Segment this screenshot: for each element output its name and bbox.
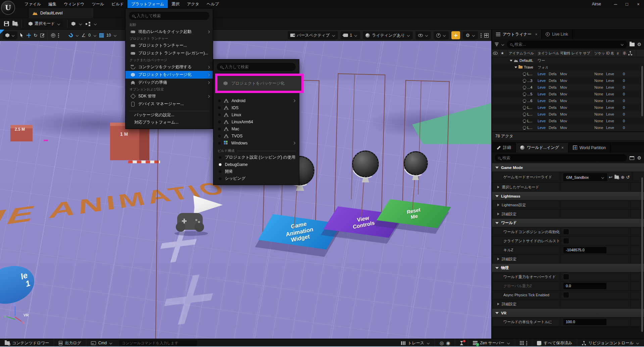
camera-speed-dropdown[interactable]: 1 (341, 31, 360, 39)
tab-details[interactable]: 詳細 (492, 143, 516, 153)
menu-item[interactable]: 現在のレベルをクイック起動 (126, 28, 213, 36)
row-type[interactable]: Leve (538, 85, 546, 89)
checkbox[interactable] (563, 292, 569, 298)
row-type[interactable]: Leve (538, 99, 546, 103)
row-type[interactable]: Leve (538, 72, 546, 76)
platform-item[interactable]: TVOS (213, 132, 299, 139)
property-row[interactable]: Async Physics Tick Enabled ↩ ⊕ (492, 291, 644, 300)
close-button[interactable]: × (633, 0, 644, 8)
menu-item[interactable]: プロジェクト ランチャー (126, 36, 213, 42)
tab-world-settings[interactable]: ワールド...イング × (516, 143, 568, 153)
world-local-toggle-icon[interactable] (51, 33, 55, 38)
table-row[interactable]: ...3 Leve Defa Mov None Leve 0 (492, 77, 644, 84)
menubar-item[interactable]: ツール (88, 0, 108, 8)
column-header[interactable]: レベル (548, 50, 559, 57)
menu-item[interactable]: SDK 管理 (126, 92, 213, 100)
row-type[interactable]: Leve (538, 112, 546, 116)
cmd-dropdown[interactable]: Cmd (86, 339, 117, 347)
collapse-arrow-icon[interactable] (495, 167, 499, 169)
filter-icon[interactable] (495, 43, 499, 46)
submenu-search-input[interactable]: 入力して検索 (217, 63, 296, 71)
property-row[interactable]: Lightmass ↩ ⊕ ↺ (492, 192, 644, 201)
console-command-input[interactable]: コンソールコマンドを入力します (119, 340, 197, 346)
view-mode-dropdown[interactable]: ライティングあり (363, 31, 413, 39)
menu-item[interactable]: コンテンツをクック処理する (126, 63, 213, 71)
table-row[interactable]: L... Leve Defa Mov None Leve 0 (492, 104, 644, 111)
row-label-cell[interactable]: L... (508, 119, 537, 123)
build-config-item[interactable]: 開発 (213, 168, 299, 175)
menubar-item[interactable]: ウィンドウ (60, 0, 88, 8)
visibility-column-header[interactable] (492, 50, 500, 57)
details-search-input[interactable]: 検索 (495, 154, 627, 162)
table-row[interactable]: ...5 Leve Defa Mov None Leve 0 (492, 91, 644, 97)
table-row[interactable]: L... Leve Defa Mov None Leve 0 (492, 71, 644, 77)
expand-arrow-icon[interactable] (497, 258, 499, 260)
menu-item[interactable]: デバッグの準備 (126, 79, 213, 86)
row-type[interactable]: ワー (538, 58, 545, 62)
trace-dropdown[interactable]: トレース (396, 339, 435, 347)
angle-snap-value[interactable]: 0 (88, 33, 91, 38)
add-actor-icon[interactable] (71, 22, 76, 26)
menu-item[interactable]: デバイス マネージャー... (126, 100, 213, 108)
platform-item[interactable]: Windows (213, 139, 299, 146)
expand-arrow-icon[interactable] (497, 303, 499, 305)
blueprint-icon[interactable] (86, 22, 90, 26)
property-row[interactable]: クライアントサイドのレベルストリーミ... ↩ ⊕ (492, 236, 644, 246)
favorite-column-header[interactable]: ★ (500, 50, 508, 57)
show-flags-dropdown[interactable] (415, 31, 431, 39)
unreal-logo-icon[interactable]: U (1, 1, 15, 15)
tab-outliner[interactable]: アウトライナー × (492, 30, 542, 39)
property-row[interactable]: 詳細設定 ↩ ⊕ ↺ (492, 300, 644, 309)
menu-item[interactable]: オプションおよび設定 (126, 86, 213, 92)
menubar-item[interactable]: プラットフォーム (128, 0, 168, 8)
number-field[interactable]: 0.0 (563, 283, 606, 289)
pending-tasks-button[interactable] (455, 339, 468, 347)
menu-item[interactable]: パッケージ化の設定... (126, 111, 213, 119)
browse-icon[interactable] (614, 176, 619, 179)
insights-buttons[interactable]: ◎ ◉ (435, 339, 455, 347)
zen-server-dropdown[interactable]: Zen サーバー (468, 339, 515, 347)
revision-control-dropdown[interactable]: リビジョンコントロール (577, 339, 644, 347)
surface-snap-icon[interactable] (68, 33, 73, 38)
expand-arrow-icon[interactable] (497, 204, 499, 206)
column-header[interactable]: 非表 (622, 50, 627, 57)
row-label-cell[interactable]: ...4 (508, 85, 537, 89)
save-icon[interactable] (4, 21, 9, 26)
build-config-item[interactable]: DebugGame (213, 161, 299, 168)
row-label-cell[interactable]: L... (508, 72, 537, 76)
rotate-tool-icon[interactable]: ↻ (34, 33, 38, 38)
platform-item[interactable]: IOS (213, 104, 299, 111)
column-header[interactable]: タイプ (537, 50, 548, 57)
display-filter-icon[interactable] (630, 156, 634, 160)
gamepad-prop[interactable] (177, 213, 203, 230)
row-label-cell[interactable]: L... (508, 105, 537, 110)
property-row[interactable]: 詳細設定 ↩ ⊕ ↺ (492, 210, 644, 219)
expander-icon[interactable] (510, 60, 512, 61)
menubar-item[interactable]: ファイル (21, 0, 45, 8)
column-header[interactable]: ID 名 (605, 50, 616, 57)
outliner-settings-gear-icon[interactable]: ⚙ (637, 42, 641, 47)
perspective-dropdown[interactable]: パースペクティブ (288, 31, 338, 39)
details-scrollbar[interactable] (641, 177, 643, 332)
viewport-more-icon[interactable] (481, 33, 482, 38)
table-row[interactable]: L... Leve Defa Mov None Leve 0 (492, 124, 644, 131)
table-row[interactable]: L... Leve Defa Mov None Leve 0 (492, 111, 644, 118)
select-mode-dropdown[interactable]: 選択モード (26, 19, 63, 28)
content-drawer-button[interactable]: コンテンツドロワー (0, 339, 54, 347)
menu-item[interactable]: クックまたはパッケージ (126, 57, 213, 63)
scale-tool-icon[interactable] (40, 34, 44, 37)
game-mode-dropdown[interactable]: GM_Sandbox (563, 173, 607, 181)
camera-sphere[interactable] (404, 151, 428, 175)
table-row[interactable]: ...6 Leve Defa Mov None Leve 0 (492, 97, 644, 104)
build-config-item[interactable]: プロジェクト設定 (シッピング) の使用 (213, 154, 299, 161)
level-tab[interactable]: DefaultLevel (28, 8, 94, 18)
viewport-settings-dropdown[interactable]: ⚙ (463, 31, 478, 39)
build-config-item[interactable]: シッピング (213, 175, 299, 182)
row-type[interactable]: フォル (538, 65, 548, 69)
column-header[interactable]: ソケッ (593, 50, 605, 57)
grid-snap-value[interactable]: 10 (106, 33, 111, 38)
use-selected-icon[interactable]: ↩ (609, 175, 612, 180)
property-row[interactable]: キルZ -1048575.0 -1048575.0 ↩ ⊕ (492, 246, 644, 255)
close-tab-icon[interactable]: × (535, 32, 537, 36)
save-status-button[interactable]: すべて保存済み (532, 339, 577, 347)
